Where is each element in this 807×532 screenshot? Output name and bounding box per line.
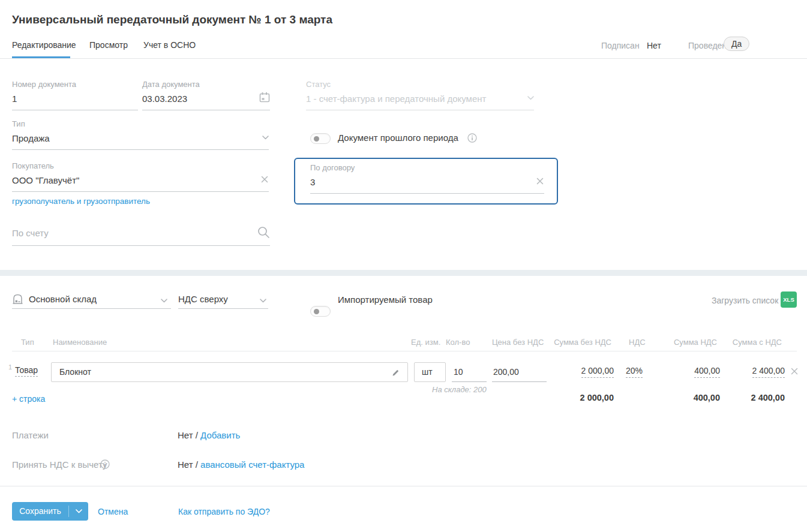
chevron-down-icon xyxy=(527,96,534,100)
doc-type-dropdown[interactable]: Продажа xyxy=(12,130,269,150)
doc-number-field[interactable]: Номер документа 1 xyxy=(12,80,138,110)
add-row-link[interactable]: + строка xyxy=(12,394,45,404)
item-name-value[interactable]: Блокнот xyxy=(52,363,407,381)
col-header-unit: Ед. изм. xyxy=(411,338,440,347)
status-value: 1 - счет-фактура и передаточный документ xyxy=(306,94,486,104)
warehouse-icon xyxy=(12,293,23,304)
tab-preview[interactable]: Просмотр xyxy=(89,40,128,50)
total-sum-with-vat: 2 400,00 xyxy=(751,393,785,402)
status-label: Статус xyxy=(306,80,534,89)
contract-highlight-box: По договору 3 xyxy=(294,158,558,205)
item-qty-underline xyxy=(452,381,487,382)
item-price-input[interactable]: 200,00 xyxy=(493,367,519,377)
past-period-toggle[interactable] xyxy=(310,133,331,144)
signed-value: Нет xyxy=(647,41,661,50)
doc-date-value[interactable]: 03.03.2023 xyxy=(142,94,187,104)
buyer-field[interactable]: Покупатель ООО "Главучёт" xyxy=(12,161,269,192)
chevron-down-icon[interactable] xyxy=(262,136,269,140)
payments-value-text: Нет / xyxy=(178,430,200,440)
add-payment-link[interactable]: Добавить xyxy=(200,430,240,440)
xls-icon[interactable]: XLS xyxy=(781,291,797,308)
col-header-qty: Кол-во xyxy=(446,338,470,347)
payments-label: Платежи xyxy=(12,430,49,440)
vat-deduction-label: Принять НДС к вычету xyxy=(12,459,107,470)
tabbar-divider xyxy=(0,58,807,59)
contract-label: По договору xyxy=(310,163,544,173)
import-goods-toggle[interactable] xyxy=(310,306,331,317)
vat-deduction-value: Нет / авансовый счет-фактура xyxy=(178,459,304,470)
info-icon[interactable] xyxy=(467,133,477,143)
buyer-value[interactable]: ООО "Главучёт" xyxy=(12,175,79,185)
col-header-type: Тип xyxy=(21,338,34,347)
doc-number-input[interactable]: 1 xyxy=(12,91,138,110)
past-period-label: Документ прошлого периода xyxy=(338,133,458,143)
upload-list-label[interactable]: Загрузить список xyxy=(712,296,778,305)
clear-icon[interactable] xyxy=(260,175,269,184)
contract-input[interactable]: 3 xyxy=(310,174,544,194)
status-field: Статус 1 - счет-фактура и передаточный д… xyxy=(306,80,534,110)
item-vat-sum[interactable]: 400,00 xyxy=(694,366,720,378)
posted-toggle-button[interactable]: Да xyxy=(724,37,749,51)
save-button[interactable]: Сохранить xyxy=(12,502,88,521)
clear-icon[interactable] xyxy=(536,177,544,185)
doc-date-field[interactable]: Дата документа 03.03.2023 xyxy=(142,80,270,110)
col-header-price: Цена без НДС xyxy=(492,338,544,347)
item-price-underline xyxy=(492,381,547,382)
posted-label: Проведен xyxy=(688,41,727,50)
doc-number-label: Номер документа xyxy=(12,80,138,89)
item-sum-no-vat[interactable]: 2 000,00 xyxy=(581,366,614,378)
advance-invoice-link[interactable]: авансовый счет-фактура xyxy=(200,459,304,470)
doc-date-input[interactable]: 03.03.2023 xyxy=(142,91,270,110)
account-search-input[interactable]: По счету xyxy=(12,226,270,246)
item-type-selector[interactable]: Товар xyxy=(15,365,38,377)
tab-osno-accounting[interactable]: Учет в ОСНО xyxy=(143,40,196,50)
tab-editing[interactable]: Редактирование xyxy=(12,40,76,50)
vat-deduction-value-text: Нет / xyxy=(178,459,200,470)
status-dropdown: 1 - счет-фактура и передаточный документ xyxy=(306,91,534,110)
save-button-label[interactable]: Сохранить xyxy=(12,502,68,521)
footer-divider xyxy=(0,486,807,486)
signed-label: Подписан xyxy=(601,41,640,50)
item-sum-with-vat[interactable]: 2 400,00 xyxy=(752,366,785,378)
account-search-field[interactable]: По счету xyxy=(12,226,270,246)
search-icon[interactable] xyxy=(257,226,270,239)
toggle-knob xyxy=(314,136,319,142)
account-search-placeholder: По счету xyxy=(12,228,49,238)
remove-row-icon[interactable] xyxy=(791,368,798,375)
col-header-vat-sum: Сумма НДС xyxy=(674,338,717,347)
chevron-down-icon[interactable] xyxy=(161,299,167,303)
vat-mode-dropdown[interactable]: НДС сверху xyxy=(178,294,228,304)
vat-mode-underline xyxy=(178,308,268,309)
save-options-chevron[interactable] xyxy=(69,502,88,521)
item-unit-value[interactable]: шт xyxy=(415,363,445,381)
edo-help-link[interactable]: Как отправить по ЭДО? xyxy=(178,507,270,516)
toggle-knob xyxy=(314,309,319,314)
cancel-link[interactable]: Отмена xyxy=(98,507,128,516)
warehouse-underline xyxy=(12,308,171,309)
info-icon[interactable] xyxy=(100,459,110,469)
stock-hint: На складе: 200 xyxy=(432,385,487,394)
warehouse-dropdown[interactable]: Основной склад xyxy=(29,294,97,304)
item-name-input[interactable]: Блокнот xyxy=(51,362,408,382)
upd-document-page: Универсальный передаточный документ № 1 … xyxy=(0,0,807,532)
buyer-input[interactable]: ООО "Главучёт" xyxy=(12,172,269,192)
total-sum-no-vat: 2 000,00 xyxy=(580,393,614,402)
row-index: 1 xyxy=(8,363,12,371)
col-header-sum-no-vat: Сумма без НДС xyxy=(554,338,611,347)
calendar-icon[interactable] xyxy=(259,92,270,103)
pencil-icon[interactable] xyxy=(392,369,400,377)
doc-type-field[interactable]: Тип Продажа xyxy=(12,119,269,150)
payments-value: Нет / Добавить xyxy=(178,430,240,440)
doc-date-label: Дата документа xyxy=(142,80,270,89)
chevron-down-icon[interactable] xyxy=(260,299,266,303)
contract-value[interactable]: 3 xyxy=(310,177,315,187)
item-vat-rate[interactable]: 20% xyxy=(626,366,643,378)
import-goods-label: Импортируемый товар xyxy=(338,294,433,305)
page-title: Универсальный передаточный документ № 1 … xyxy=(12,13,332,26)
cargo-parties-link[interactable]: грузополучатель и грузоотправитель xyxy=(12,197,150,206)
doc-number-value[interactable]: 1 xyxy=(12,94,17,104)
item-qty-input[interactable]: 10 xyxy=(454,367,463,377)
contract-field[interactable]: По договору 3 xyxy=(310,163,544,194)
item-unit-input[interactable]: шт xyxy=(414,362,446,382)
doc-type-value[interactable]: Продажа xyxy=(12,133,50,143)
